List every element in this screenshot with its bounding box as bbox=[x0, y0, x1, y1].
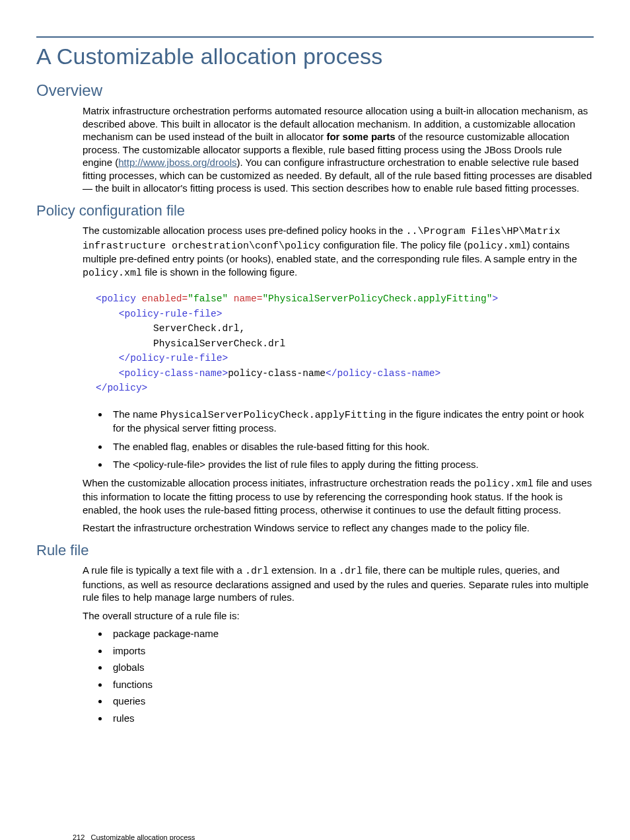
list-item: queries bbox=[109, 695, 594, 708]
file-text: policy.xml bbox=[467, 241, 526, 252]
list-item: functions bbox=[109, 678, 594, 691]
text: configuration file. The policy file ( bbox=[320, 239, 467, 250]
file-text: policy.xml bbox=[474, 478, 534, 490]
file-text: policy.xml bbox=[83, 268, 142, 279]
policy-paragraph-2: When the customizable allocation process… bbox=[83, 477, 594, 517]
code-tag: <policy bbox=[96, 293, 136, 304]
code-text: PhysicalServerCheck.drl bbox=[96, 338, 285, 349]
rulefile-structure-list: package package-name imports globals fun… bbox=[83, 627, 594, 724]
overview-paragraph: Matrix infrastructure orchestration perf… bbox=[83, 104, 594, 195]
list-item: The enabled flag, enables or disables th… bbox=[109, 440, 594, 453]
hook-name: PhysicalServerPolicyCheck.applyFitting bbox=[160, 410, 386, 421]
page-footer: 212 Customizable allocation process bbox=[73, 833, 195, 840]
code-tag: </policy-rule-file> bbox=[96, 353, 228, 363]
footer-title: Customizable allocation process bbox=[91, 833, 195, 840]
policy-bullet-list: The name PhysicalServerPolicyCheck.apply… bbox=[83, 408, 594, 471]
text: The customizable allocation process uses… bbox=[83, 225, 405, 236]
text: When the customizable allocation process… bbox=[83, 477, 474, 488]
list-item: package package-name bbox=[109, 627, 594, 640]
code-tag: <policy-rule-file> bbox=[96, 309, 222, 319]
policy-paragraph-1: The customizable allocation process uses… bbox=[83, 224, 594, 280]
bold-text: for some parts bbox=[326, 131, 395, 142]
top-rule bbox=[36, 36, 594, 38]
code-text: ServerCheck.drl, bbox=[96, 323, 245, 334]
code-tag: <policy-class-name> bbox=[96, 368, 228, 379]
policy-paragraph-3: Restart the infrastructure orchestration… bbox=[83, 521, 594, 535]
code-tag: </policy-class-name> bbox=[326, 368, 440, 379]
text: A rule file is typically a text file wit… bbox=[83, 564, 245, 576]
text: extension. In a bbox=[269, 564, 339, 576]
text: file is shown in the following figure. bbox=[142, 266, 297, 278]
code-tag: > bbox=[492, 293, 498, 304]
list-item: rules bbox=[109, 712, 594, 725]
text: The name bbox=[113, 408, 160, 420]
page-title: A Customizable allocation process bbox=[36, 42, 594, 71]
list-item: globals bbox=[109, 661, 594, 674]
code-text: policy-class-name bbox=[228, 368, 326, 379]
list-item: The name PhysicalServerPolicyCheck.apply… bbox=[109, 408, 594, 435]
rulefile-paragraph-2: The overall structure of a rule file is: bbox=[83, 609, 594, 623]
rulefile-paragraph-1: A rule file is typically a text file wit… bbox=[83, 564, 594, 604]
code-val: "false" bbox=[188, 293, 228, 304]
rulefile-heading: Rule file bbox=[36, 541, 594, 560]
policy-heading: Policy configuration file bbox=[36, 202, 594, 221]
xml-code-block: <policy enabled="false" name="PhysicalSe… bbox=[96, 291, 594, 395]
code-tag: </policy> bbox=[96, 383, 147, 393]
ext-text: .drl bbox=[245, 566, 269, 577]
list-item: The <policy-rule-file> provides the list… bbox=[109, 458, 594, 471]
page-number: 212 bbox=[73, 833, 85, 840]
list-item: imports bbox=[109, 644, 594, 658]
code-attr: enabled= bbox=[136, 293, 188, 304]
code-attr: name= bbox=[228, 293, 262, 304]
drools-link[interactable]: http://www.jboss.org/drools bbox=[118, 157, 236, 168]
overview-heading: Overview bbox=[36, 80, 594, 100]
ext-text: .drl bbox=[339, 566, 363, 577]
code-val: "PhysicalServerPolicyCheck.applyFitting" bbox=[262, 293, 492, 304]
